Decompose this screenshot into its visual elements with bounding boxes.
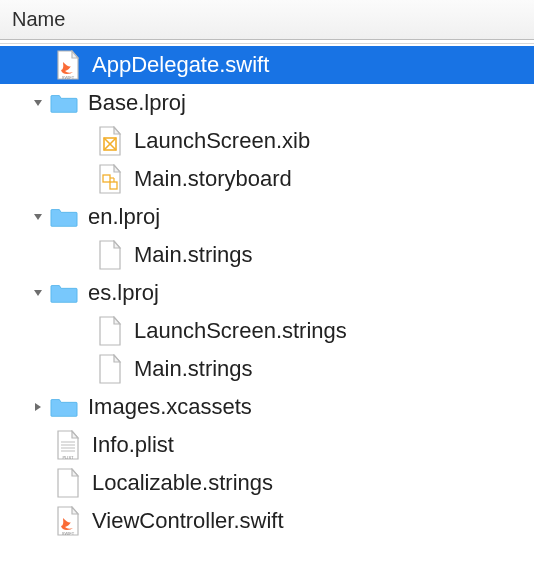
xib-file-icon: [96, 126, 124, 156]
tree-file-row[interactable]: Main.storyboard: [0, 160, 534, 198]
tree-file-row[interactable]: AppDelegate.swift: [0, 46, 534, 84]
folder-icon: [50, 392, 78, 422]
tree-file-row[interactable]: LaunchScreen.xib: [0, 122, 534, 160]
folder-icon: [50, 278, 78, 308]
tree-file-row[interactable]: Localizable.strings: [0, 464, 534, 502]
tree-item-label: LaunchScreen.strings: [134, 318, 347, 344]
tree-folder-row[interactable]: es.lproj: [0, 274, 534, 312]
column-header[interactable]: Name: [0, 0, 534, 40]
tree-item-label: Main.strings: [134, 356, 253, 382]
disclosure-triangle-closed-icon[interactable]: [30, 399, 46, 415]
swift-file-icon: [54, 506, 82, 536]
tree-item-label: Info.plist: [92, 432, 174, 458]
disclosure-triangle-open-icon[interactable]: [30, 95, 46, 111]
tree-item-label: Main.storyboard: [134, 166, 292, 192]
folder-icon: [50, 88, 78, 118]
swift-file-icon: [54, 50, 82, 80]
plist-file-icon: [54, 430, 82, 460]
tree-folder-row[interactable]: Base.lproj: [0, 84, 534, 122]
tree-file-row[interactable]: Info.plist: [0, 426, 534, 464]
tree-folder-row[interactable]: Images.xcassets: [0, 388, 534, 426]
tree-item-label: ViewController.swift: [92, 508, 284, 534]
tree-file-row[interactable]: Main.strings: [0, 236, 534, 274]
tree-item-label: Localizable.strings: [92, 470, 273, 496]
tree-item-label: Main.strings: [134, 242, 253, 268]
tree-file-row[interactable]: LaunchScreen.strings: [0, 312, 534, 350]
tree-file-row[interactable]: ViewController.swift: [0, 502, 534, 540]
blank-file-icon: [96, 316, 124, 346]
file-tree: AppDelegate.swiftBase.lprojLaunchScreen.…: [0, 44, 534, 540]
tree-folder-row[interactable]: en.lproj: [0, 198, 534, 236]
disclosure-triangle-open-icon[interactable]: [30, 209, 46, 225]
storyboard-file-icon: [96, 164, 124, 194]
tree-item-label: LaunchScreen.xib: [134, 128, 310, 154]
blank-file-icon: [96, 354, 124, 384]
tree-item-label: Base.lproj: [88, 90, 186, 116]
blank-file-icon: [96, 240, 124, 270]
tree-item-label: es.lproj: [88, 280, 159, 306]
tree-item-label: Images.xcassets: [88, 394, 252, 420]
column-header-label: Name: [12, 8, 65, 31]
folder-icon: [50, 202, 78, 232]
disclosure-triangle-open-icon[interactable]: [30, 285, 46, 301]
tree-file-row[interactable]: Main.strings: [0, 350, 534, 388]
tree-item-label: AppDelegate.swift: [92, 52, 269, 78]
tree-item-label: en.lproj: [88, 204, 160, 230]
blank-file-icon: [54, 468, 82, 498]
